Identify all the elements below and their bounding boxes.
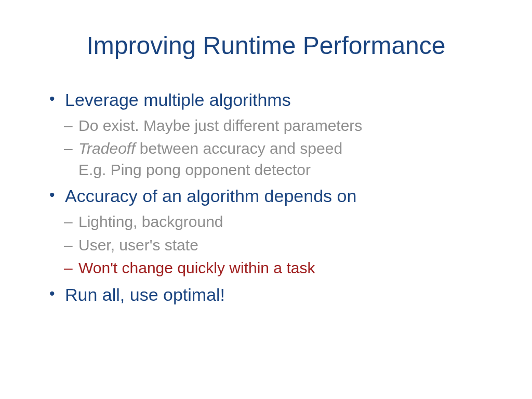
bullet-2-sub-3: Won't change quickly within a task (64, 258, 493, 279)
bullet-2: Accuracy of an algorithm depends on (49, 184, 493, 208)
bullet-1-sub-2-line2: E.g. Ping pong opponent detector (78, 159, 493, 181)
bullet-list: Run all, use optimal! (39, 283, 493, 307)
bullet-list: Accuracy of an algorithm depends on (39, 184, 493, 208)
bullet-3-text: Run all, use optimal! (65, 285, 225, 304)
tradeoff-word: Tradeoff (78, 140, 136, 157)
slide-title: Improving Runtime Performance (39, 31, 493, 60)
bullet-list: Leverage multiple algorithms (39, 88, 493, 112)
bullet-1-sub-1: Do exist. Maybe just different parameter… (64, 115, 493, 137)
bullet-1-sub-2-rest: between accuracy and speed (136, 140, 343, 157)
slide-container: Improving Runtime Performance Leverage m… (0, 0, 532, 399)
bullet-1: Leverage multiple algorithms (49, 88, 493, 112)
bullet-2-sublist: Lighting, background User, user's state … (39, 211, 493, 279)
bullet-2-sub-2: User, user's state (64, 235, 493, 256)
bullet-1-sub-2: Tradeoff between accuracy and speed E.g.… (64, 138, 493, 180)
bullet-2-sub-1: Lighting, background (64, 211, 493, 233)
bullet-1-sublist: Do exist. Maybe just different parameter… (39, 115, 493, 181)
bullet-2-text: Accuracy of an algorithm depends on (65, 186, 356, 206)
bullet-3: Run all, use optimal! (49, 283, 493, 307)
bullet-1-text: Leverage multiple algorithms (65, 90, 291, 110)
